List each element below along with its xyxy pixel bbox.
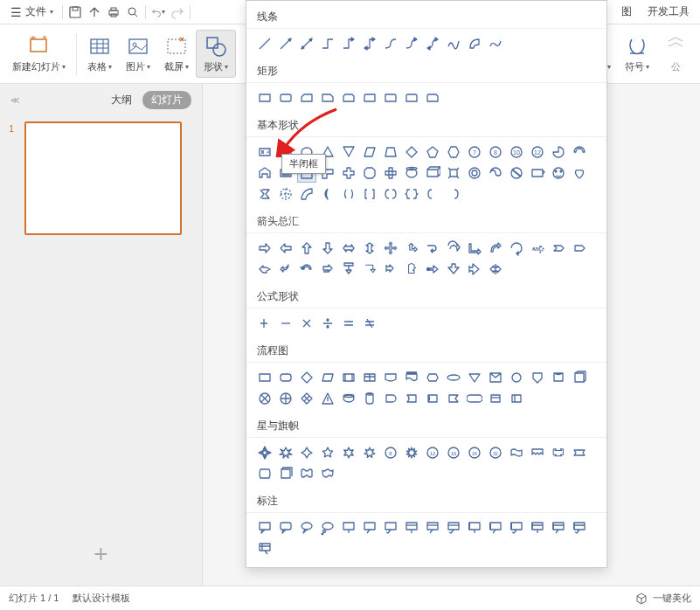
preview-icon[interactable]: [126, 5, 140, 19]
shape-flow-2[interactable]: [297, 368, 316, 387]
shape-arrow-17[interactable]: [276, 260, 295, 279]
shape-basic-11[interactable]: 8: [486, 142, 505, 162]
table-button[interactable]: 表格▾: [80, 32, 119, 75]
slide-thumbnail-item[interactable]: 1: [9, 121, 193, 235]
shape-star-19[interactable]: [318, 464, 337, 483]
shape-arrow-23[interactable]: [402, 260, 421, 279]
shape-basic-0[interactable]: A: [255, 142, 274, 162]
shape-basic-12[interactable]: 10: [507, 142, 526, 162]
shape-line-7[interactable]: [402, 34, 421, 53]
shape-line-4[interactable]: [339, 34, 358, 53]
shape-callout-7[interactable]: [402, 518, 421, 537]
shape-basic-36[interactable]: [339, 184, 358, 204]
shape-callout-15[interactable]: [570, 518, 589, 537]
print-icon[interactable]: [107, 5, 121, 19]
shape-basic-22[interactable]: [381, 163, 400, 183]
shape-eq-3[interactable]: [318, 314, 337, 333]
shape-flow-3[interactable]: [318, 368, 337, 387]
shape-basic-30[interactable]: [549, 163, 568, 183]
tab-slides[interactable]: 幻灯片: [142, 91, 191, 109]
shape-star-17[interactable]: [276, 464, 295, 483]
shape-arrow-20[interactable]: [339, 260, 358, 279]
shape-callout-16[interactable]: [255, 539, 274, 558]
shape-callout-2[interactable]: [297, 518, 316, 537]
shape-callout-13[interactable]: [528, 518, 547, 537]
shape-arrow-3[interactable]: [318, 239, 337, 258]
shape-arrow-10[interactable]: [465, 239, 484, 258]
shape-callout-12[interactable]: [507, 518, 526, 537]
shape-flow-24[interactable]: [423, 389, 442, 408]
shape-flow-9[interactable]: [444, 368, 463, 387]
shape-basic-23[interactable]: [402, 163, 421, 183]
shape-star-10[interactable]: 24: [465, 443, 484, 462]
shape-callout-1[interactable]: [276, 518, 295, 537]
shape-basic-20[interactable]: [339, 163, 358, 183]
shape-flow-18[interactable]: [297, 389, 316, 408]
shape-basic-40[interactable]: [423, 184, 442, 204]
redo-icon[interactable]: [170, 5, 184, 19]
shape-button[interactable]: 形状▾: [196, 30, 236, 78]
shape-arrow-21[interactable]: [360, 260, 379, 279]
shape-line-0[interactable]: [255, 34, 274, 53]
shape-flow-5[interactable]: [360, 368, 379, 387]
shape-basic-35[interactable]: [318, 184, 337, 204]
shape-basic-31[interactable]: [570, 163, 589, 183]
shape-basic-25[interactable]: [444, 163, 463, 183]
shape-flow-11[interactable]: [486, 368, 505, 387]
shape-flow-4[interactable]: [339, 368, 358, 387]
shape-basic-9[interactable]: [444, 142, 463, 162]
shape-arrow-12[interactable]: [507, 239, 526, 258]
shape-flow-28[interactable]: [507, 389, 526, 408]
shape-line-6[interactable]: [381, 34, 400, 53]
shape-callout-10[interactable]: [465, 518, 484, 537]
shape-basic-26[interactable]: [465, 163, 484, 183]
shape-eq-5[interactable]: [360, 314, 379, 333]
shape-basic-37[interactable]: [360, 184, 379, 204]
shape-flow-19[interactable]: [318, 389, 337, 408]
shape-basic-15[interactable]: [570, 142, 589, 162]
shape-arrow-27[interactable]: [486, 260, 505, 279]
shape-eq-1[interactable]: [276, 314, 295, 333]
shape-eq-0[interactable]: [255, 314, 274, 333]
shape-callout-9[interactable]: [444, 518, 463, 537]
beautify-button[interactable]: 一键美化: [653, 592, 691, 605]
shape-arrow-24[interactable]: [423, 260, 442, 279]
shape-star-18[interactable]: [297, 464, 316, 483]
shape-flow-27[interactable]: [486, 389, 505, 408]
shape-basic-39[interactable]: [402, 184, 421, 204]
shape-flow-16[interactable]: [255, 389, 274, 408]
shape-line-9[interactable]: [444, 34, 463, 53]
shape-rect-8[interactable]: [423, 88, 442, 107]
shape-flow-6[interactable]: [381, 368, 400, 387]
shape-arrow-15[interactable]: [570, 239, 589, 258]
shape-flow-23[interactable]: [402, 389, 421, 408]
shape-basic-4[interactable]: [339, 142, 358, 162]
shape-callout-11[interactable]: [486, 518, 505, 537]
add-slide-button[interactable]: +: [0, 523, 202, 586]
shape-star-0[interactable]: [255, 443, 274, 462]
shape-callout-6[interactable]: [381, 518, 400, 537]
shape-flow-1[interactable]: [276, 368, 295, 387]
shape-star-4[interactable]: [339, 443, 358, 462]
tab-picture[interactable]: 图: [621, 4, 632, 19]
new-slide-button[interactable]: 新建幻灯片▾: [5, 32, 73, 75]
shape-callout-14[interactable]: [549, 518, 568, 537]
shape-basic-21[interactable]: [360, 163, 379, 183]
shape-rect-0[interactable]: [255, 88, 274, 107]
shape-arrow-19[interactable]: [318, 260, 337, 279]
save-icon[interactable]: [68, 5, 82, 19]
shape-flow-17[interactable]: [276, 389, 295, 408]
shape-flow-8[interactable]: [423, 368, 442, 387]
shape-basic-33[interactable]: [276, 184, 295, 204]
shape-basic-8[interactable]: [423, 142, 442, 162]
shape-flow-15[interactable]: [570, 368, 589, 387]
shape-star-8[interactable]: 12: [423, 443, 442, 462]
shape-arrow-16[interactable]: [255, 260, 274, 279]
shape-flow-22[interactable]: [381, 389, 400, 408]
shape-line-3[interactable]: [318, 34, 337, 53]
shape-flow-13[interactable]: [528, 368, 547, 387]
more-button[interactable]: 公: [656, 32, 695, 75]
shape-star-9[interactable]: 16: [444, 443, 463, 462]
shape-callout-0[interactable]: [255, 518, 274, 537]
shape-basic-6[interactable]: [381, 142, 400, 162]
